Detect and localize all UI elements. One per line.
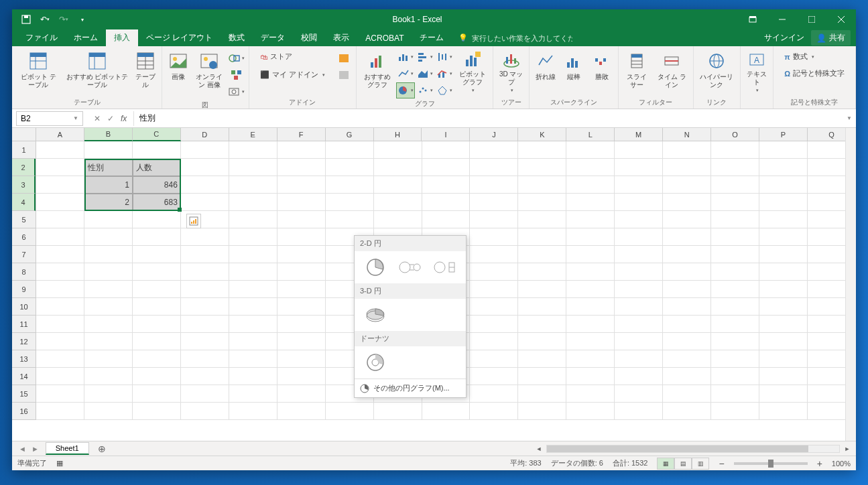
cell[interactable] xyxy=(663,176,711,194)
recommended-pivot-button[interactable]: おすすめ ピボットテーブル xyxy=(64,48,131,96)
cell[interactable] xyxy=(277,350,326,368)
name-box[interactable]: B2 ▼ xyxy=(16,111,83,126)
minimize-button[interactable] xyxy=(767,9,797,29)
cell[interactable] xyxy=(759,194,808,211)
cell[interactable] xyxy=(36,316,84,333)
cell[interactable] xyxy=(615,333,663,350)
ribbon-options-icon[interactable] xyxy=(738,9,767,29)
cell[interactable] xyxy=(181,281,229,298)
tell-me-input[interactable] xyxy=(472,34,572,42)
cell[interactable] xyxy=(326,194,374,211)
cell[interactable] xyxy=(663,211,711,228)
redo-button[interactable]: ↷▾ xyxy=(55,11,72,28)
cell[interactable] xyxy=(84,263,133,281)
cell[interactable] xyxy=(566,176,615,194)
cell[interactable] xyxy=(711,159,759,176)
cell[interactable] xyxy=(615,281,663,298)
cell[interactable] xyxy=(759,176,808,194)
cell[interactable] xyxy=(133,403,181,420)
cell[interactable] xyxy=(711,368,759,385)
cell[interactable] xyxy=(663,403,711,420)
cell[interactable] xyxy=(759,350,808,368)
cell[interactable] xyxy=(84,368,133,385)
add-sheet-button[interactable]: ⊕ xyxy=(95,442,109,456)
sheet-tab-1[interactable]: Sheet1 xyxy=(46,442,89,455)
tab-data[interactable]: データ xyxy=(253,29,293,46)
cell[interactable] xyxy=(566,333,615,350)
cell[interactable] xyxy=(229,333,277,350)
cell[interactable] xyxy=(133,298,181,316)
cell[interactable] xyxy=(663,333,711,350)
cell[interactable] xyxy=(422,159,471,176)
cell[interactable] xyxy=(470,298,518,316)
tab-page-layout[interactable]: ページ レイアウト xyxy=(138,29,221,46)
cell[interactable] xyxy=(470,385,518,403)
bar-chart-button[interactable] xyxy=(416,49,434,65)
cell[interactable] xyxy=(663,194,711,211)
cell[interactable] xyxy=(229,385,277,403)
cell[interactable] xyxy=(663,298,711,316)
cell[interactable] xyxy=(615,403,663,420)
cell[interactable] xyxy=(181,194,229,211)
scroll-left-icon[interactable]: ◄ xyxy=(534,444,544,454)
cell[interactable] xyxy=(615,159,663,176)
cell[interactable] xyxy=(566,159,615,176)
row-header[interactable]: 2 xyxy=(12,159,36,176)
column-header[interactable]: G xyxy=(326,128,374,141)
cell[interactable] xyxy=(663,246,711,263)
cell[interactable] xyxy=(759,159,808,176)
cell[interactable] xyxy=(374,176,422,194)
cell[interactable] xyxy=(566,246,615,263)
cell[interactable]: 846 xyxy=(133,176,181,194)
cell[interactable] xyxy=(277,176,326,194)
zoom-in-button[interactable]: + xyxy=(817,458,822,469)
vertical-scrollbar[interactable] xyxy=(845,128,856,441)
cell[interactable] xyxy=(759,228,808,246)
cell[interactable] xyxy=(663,141,711,159)
cell[interactable] xyxy=(374,141,422,159)
cell[interactable] xyxy=(518,159,566,176)
cell[interactable] xyxy=(663,281,711,298)
cell[interactable] xyxy=(566,385,615,403)
zoom-level[interactable]: 100% xyxy=(832,460,851,468)
cell[interactable] xyxy=(84,228,133,246)
cell[interactable] xyxy=(470,211,518,228)
cell[interactable] xyxy=(711,281,759,298)
people-graph-button[interactable] xyxy=(334,67,353,83)
cell[interactable] xyxy=(36,333,84,350)
cell[interactable] xyxy=(374,403,422,420)
cell[interactable] xyxy=(711,141,759,159)
cell[interactable] xyxy=(470,228,518,246)
cell[interactable] xyxy=(711,403,759,420)
cell[interactable] xyxy=(615,350,663,368)
cell[interactable] xyxy=(229,141,277,159)
tab-team[interactable]: チーム xyxy=(412,29,452,46)
cell[interactable] xyxy=(133,385,181,403)
horizontal-scrollbar[interactable]: ◄ ► xyxy=(534,444,856,454)
cell[interactable] xyxy=(36,176,84,194)
cell[interactable] xyxy=(229,159,277,176)
cell[interactable] xyxy=(326,403,374,420)
cell[interactable] xyxy=(566,141,615,159)
cell[interactable] xyxy=(615,316,663,333)
normal-view-button[interactable]: ▦ xyxy=(657,458,674,470)
row-header[interactable]: 16 xyxy=(12,403,36,420)
cell[interactable] xyxy=(518,141,566,159)
cell[interactable] xyxy=(133,141,181,159)
tab-review[interactable]: 校閲 xyxy=(293,29,325,46)
cell[interactable] xyxy=(711,350,759,368)
column-header[interactable]: B xyxy=(84,128,133,141)
cell[interactable] xyxy=(277,333,326,350)
cell[interactable] xyxy=(133,228,181,246)
cell[interactable] xyxy=(566,228,615,246)
expand-formula-bar[interactable]: ▼ xyxy=(843,115,856,121)
cell[interactable] xyxy=(36,263,84,281)
cell[interactable] xyxy=(470,316,518,333)
table-button[interactable]: テーブル xyxy=(132,48,159,96)
cell[interactable] xyxy=(181,350,229,368)
cell[interactable] xyxy=(277,194,326,211)
cell[interactable] xyxy=(133,368,181,385)
cell[interactable] xyxy=(470,403,518,420)
cell[interactable] xyxy=(566,263,615,281)
cell[interactable] xyxy=(181,316,229,333)
